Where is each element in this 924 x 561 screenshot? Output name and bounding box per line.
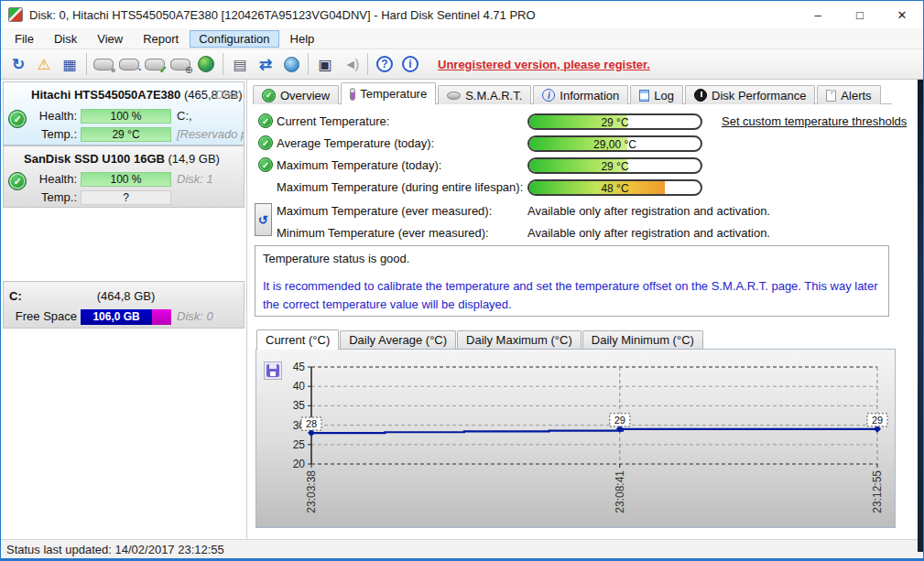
temperature-chart: 20253035404523:03:3823:08:4123:12:552829… (256, 350, 897, 529)
disk-search-button[interactable]: ⊕ (168, 51, 193, 77)
tab-information[interactable]: i Information (533, 85, 628, 104)
temp-row-label: Current Temperature: (277, 114, 389, 128)
svg-text:23:03:38: 23:03:38 (305, 470, 318, 513)
chart-tab-strip: Current (°C) Daily Average (°C) Daily Ma… (256, 329, 704, 349)
report-button[interactable]: ▤ (227, 51, 253, 77)
status-bar: Status last updated: 14/02/2017 23:12:55 (1, 539, 923, 559)
tab-disk-performance[interactable]: Disk Performance (685, 85, 815, 104)
alerts-page-icon (826, 90, 836, 102)
tab-overview[interactable]: ✓ Overview (253, 85, 339, 104)
unregistered-link[interactable]: Unregistered version, please register. (438, 58, 650, 71)
chart-tab-daily-average[interactable]: Daily Average (°C) (340, 330, 456, 349)
disk-temp-row: Temp.: ? (4, 190, 244, 206)
refresh-button[interactable]: ↻ (5, 51, 31, 77)
tab-alerts[interactable]: Alerts (817, 85, 880, 104)
disk-health-row: Health: 100 % Disk: 1 (4, 172, 244, 188)
menu-view[interactable]: View (88, 30, 132, 48)
svg-text:20: 20 (293, 458, 306, 470)
menu-report[interactable]: Report (134, 30, 188, 48)
set-thresholds-link[interactable]: Set custom temperature thresholds (722, 114, 907, 128)
disk-title: SanDisk SSD U100 16GB (14,9 GB) (4, 152, 244, 166)
surface-test-button[interactable]: ▦ (57, 51, 82, 77)
temp-row-label: Maximum Temperature (ever measured): (277, 204, 492, 218)
disk-health-row: Health: 100 % C:, (4, 109, 244, 124)
sync-button[interactable]: ⇄ (253, 51, 278, 77)
maximize-button[interactable]: □ (839, 1, 881, 28)
sound-icon: ◄) (344, 57, 358, 71)
disk-icon (447, 92, 461, 100)
sound-button[interactable]: ◄) (338, 51, 364, 77)
gauge-icon (694, 89, 707, 102)
reserved-note: [Reservado p (177, 127, 244, 141)
disk-panel-hitachi[interactable]: Hitachi HTS545050A7E380 (465,8 GB) Disk:… (3, 81, 245, 146)
overview-check-icon: ✓ (262, 89, 276, 102)
temp-row-label: Maximum Temperature (during entire lifes… (277, 180, 523, 194)
free-space-row: Free Space 106,0 GB Disk: 0 (4, 309, 244, 325)
temperature-chart-panel: 20253035404523:03:3823:08:4123:12:552829… (255, 349, 896, 528)
help-icon: ? (376, 56, 393, 72)
tab-label: Log (654, 89, 674, 102)
menu-help[interactable]: Help (281, 30, 324, 48)
tab-strip: ✓ Overview Temperature S.M.A.R.T. i Info… (253, 82, 892, 104)
content-area: Hitachi HTS545050A7E380 (465,8 GB) Disk:… (1, 80, 923, 541)
temp-gauge: 29 °C (527, 113, 702, 130)
disk-offline-icon: ● (93, 59, 114, 70)
computer-button[interactable]: ▣ (312, 51, 338, 77)
ok-check-icon: ✓ (258, 113, 273, 128)
tab-smart[interactable]: S.M.A.R.T. (438, 85, 531, 104)
svg-text:28: 28 (306, 418, 317, 429)
menu-configuration[interactable]: Configuration (190, 30, 278, 48)
svg-text:35: 35 (293, 399, 306, 412)
chart-tab-daily-minimum[interactable]: Daily Minimum (°C) (582, 330, 703, 349)
network-button[interactable] (278, 51, 304, 77)
disk-corner-note: Disk: (215, 88, 242, 102)
health-bar: 100 % (81, 109, 171, 124)
temperature-message-box: Temperature status is good. It is recomm… (255, 245, 889, 317)
temp-gauge-value: 48 °C (529, 182, 701, 195)
sidebar: Hitachi HTS545050A7E380 (465,8 GB) Disk:… (1, 80, 247, 541)
minimize-button[interactable]: – (797, 1, 839, 28)
tab-log[interactable]: Log (630, 85, 683, 104)
title-bar: Disk: 0, Hitachi HTS545050A7E380 [120426… (1, 1, 923, 28)
toolbar-separator (308, 53, 309, 75)
health-bar: 100 % (81, 172, 171, 187)
save-icon (266, 364, 279, 377)
menu-disk[interactable]: Disk (45, 30, 86, 48)
svg-text:40: 40 (293, 380, 306, 393)
temp-label: Temp.: (26, 127, 77, 141)
save-chart-button[interactable] (264, 361, 282, 380)
main-panel: ✓ Overview Temperature S.M.A.R.T. i Info… (249, 80, 918, 541)
chart-tab-daily-maximum[interactable]: Daily Maximum (°C) (457, 330, 582, 349)
disk-schedule-button[interactable]: ◔ (116, 51, 142, 77)
partition-panel-c[interactable]: C: (464,8 GB) Free Space 106,0 GB Disk: … (3, 281, 245, 329)
temp-row-label: Maximum Temperature (today): (277, 158, 441, 172)
menu-file[interactable]: File (5, 30, 43, 48)
temp-row-max-ever: Maximum Temperature (ever measured): Ava… (249, 203, 918, 220)
disk-size: (14,9 GB) (168, 152, 220, 166)
health-label: Health: (26, 109, 77, 123)
close-button[interactable]: ✕ (881, 1, 923, 28)
window-title: Disk: 0, Hitachi HTS545050A7E380 [120426… (29, 8, 536, 22)
chart-tab-current[interactable]: Current (°C) (256, 329, 339, 350)
temp-bar: ? (81, 190, 171, 205)
warning-button[interactable]: ⚠ (31, 51, 57, 77)
tab-label: Alerts (841, 89, 871, 102)
disk-panel-sandisk[interactable]: SanDisk SSD U100 16GB (14,9 GB) ✓ Health… (3, 146, 245, 208)
temperature-recommendation-text: It is recommended to calibrate the tempe… (263, 277, 881, 314)
tab-label: Disk Performance (712, 89, 806, 102)
disk-name: SanDisk SSD U100 16GB (24, 152, 165, 166)
help-button[interactable]: ? (372, 51, 397, 77)
free-space-bar: 106,0 GB (81, 309, 171, 325)
disk-offline-button[interactable]: ● (91, 51, 116, 77)
temp-row-label: Minimum Temperature (ever measured): (277, 226, 489, 240)
info-button[interactable]: i (397, 51, 423, 77)
network-disk-button[interactable] (193, 51, 219, 77)
tab-label: Temperature (360, 87, 427, 101)
availability-note: Available only after registration and ac… (527, 226, 770, 240)
disk-accept-button[interactable]: ✓ (142, 51, 168, 77)
tab-temperature[interactable]: Temperature (341, 82, 436, 104)
surface-test-icon: ▦ (62, 56, 76, 73)
report-icon: ▤ (233, 56, 246, 73)
temp-label: Temp.: (26, 190, 77, 204)
partition-note: C:, (177, 109, 244, 123)
